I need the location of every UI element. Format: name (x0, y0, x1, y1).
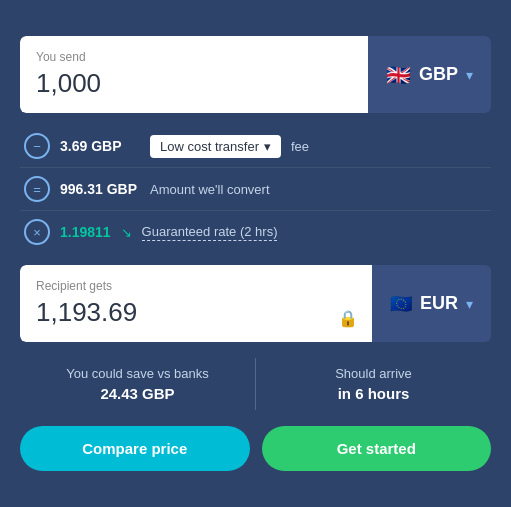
recipient-label: Recipient gets (36, 279, 356, 293)
recipient-input-box: Recipient gets 1,193.69 🔒 (20, 265, 372, 342)
send-row: You send 1,000 🇬🇧 GBP ▾ (20, 36, 491, 113)
rate-row: × 1.19811 ↘ Guaranteed rate (2 hrs) (20, 210, 491, 253)
minus-icon: − (24, 133, 50, 159)
get-started-button[interactable]: Get started (262, 426, 492, 471)
convert-amount: 996.31 GBP (60, 181, 140, 197)
rate-value: 1.19811 (60, 224, 111, 240)
transfer-type-label: Low cost transfer (160, 139, 259, 154)
arrive-value: in 6 hours (256, 385, 491, 402)
fee-section: − 3.69 GBP Low cost transfer ▾ fee = 996… (20, 125, 491, 253)
send-currency-chevron-icon: ▾ (466, 67, 473, 83)
send-input-box: You send 1,000 (20, 36, 368, 113)
send-currency-code: GBP (419, 64, 458, 85)
fee-amount: 3.69 GBP (60, 138, 140, 154)
rate-label: Guaranteed rate (2 hrs) (142, 224, 278, 241)
recipient-currency-code: EUR (420, 293, 458, 314)
fee-text-label: fee (291, 139, 309, 154)
eur-flag-icon: 🇪🇺 (390, 293, 412, 315)
currency-widget: You send 1,000 🇬🇧 GBP ▾ − 3.69 GBP Low c… (0, 16, 511, 491)
transfer-type-chevron-icon: ▾ (264, 139, 271, 154)
lock-icon: 🔒 (338, 309, 358, 328)
convert-label: Amount we'll convert (150, 182, 270, 197)
equals-icon: = (24, 176, 50, 202)
recipient-currency-chevron-icon: ▾ (466, 296, 473, 312)
save-value: 24.43 GBP (20, 385, 255, 402)
compare-price-button[interactable]: Compare price (20, 426, 250, 471)
recipient-currency-selector[interactable]: 🇪🇺 EUR ▾ (372, 265, 491, 342)
rate-arrow-icon: ↘ (121, 225, 132, 240)
send-amount[interactable]: 1,000 (36, 68, 352, 99)
recipient-row: Recipient gets 1,193.69 🔒 🇪🇺 EUR ▾ (20, 265, 491, 342)
save-stat: You could save vs banks 24.43 GBP (20, 358, 255, 410)
arrive-stat: Should arrive in 6 hours (255, 358, 491, 410)
recipient-amount[interactable]: 1,193.69 (36, 297, 356, 328)
convert-row: = 996.31 GBP Amount we'll convert (20, 167, 491, 210)
gbp-flag-icon: 🇬🇧 (386, 63, 411, 87)
stats-row: You could save vs banks 24.43 GBP Should… (20, 358, 491, 410)
fee-row: − 3.69 GBP Low cost transfer ▾ fee (20, 125, 491, 167)
save-label: You could save vs banks (20, 366, 255, 381)
buttons-row: Compare price Get started (20, 426, 491, 471)
transfer-type-button[interactable]: Low cost transfer ▾ (150, 135, 281, 158)
send-currency-selector[interactable]: 🇬🇧 GBP ▾ (368, 36, 491, 113)
times-icon: × (24, 219, 50, 245)
send-label: You send (36, 50, 352, 64)
arrive-label: Should arrive (256, 366, 491, 381)
